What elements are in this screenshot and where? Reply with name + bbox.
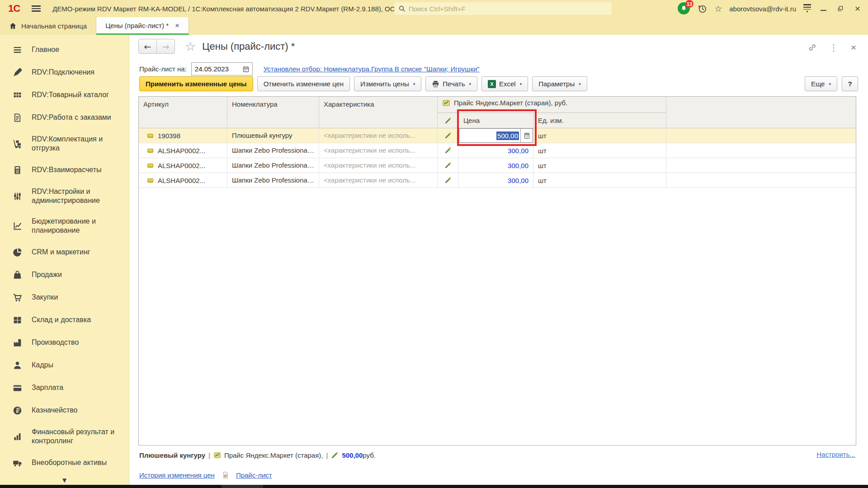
notifications-button[interactable]: 13 [678,2,690,15]
excel-button[interactable]: X Excel ▾ [481,76,528,91]
window-restore-button[interactable] [835,2,845,15]
service-menu-icon[interactable]: ▾ [803,4,811,14]
column-header-nomenclature[interactable]: Номенклатура [227,97,319,128]
pencil-icon [331,451,339,459]
price-edit-field[interactable]: 500,00 [459,128,533,143]
price-history-link[interactable]: История изменения цен [139,471,215,479]
cell-characteristic: <характеристики не исполь... [319,173,438,188]
global-search[interactable] [394,2,612,15]
cell-edit-flag [438,158,459,173]
sidebar-item-treasury[interactable]: Казначейство [0,399,129,422]
row-marker-icon [147,134,153,138]
sidebar-item-rdv-orders[interactable]: RDV:Работа с заказами [0,106,129,129]
sidebar: Главное RDV:Подключения RDV:Товарный кат… [0,35,129,485]
caret-down-icon: ▾ [806,10,808,14]
window-minimize-button[interactable] [818,2,828,15]
column-header-edit[interactable] [438,113,459,128]
cart-icon [12,292,23,303]
calculator-button[interactable] [520,129,533,142]
user-email[interactable]: aborovtsova@rdv-it.ru [729,5,796,13]
sidebar-item-crm[interactable]: CRM и маркетинг [0,241,129,263]
sidebar-item-budgeting[interactable]: Бюджетирование и планирование [0,211,129,241]
sliders-icon [12,191,23,202]
tab-prices[interactable]: Цены (прайс-лист) * × [96,17,189,35]
cancel-price-change-button[interactable]: Отменить изменение цен [257,76,350,91]
home-icon [9,22,17,30]
column-header-characteristic[interactable]: Характеристика [319,97,438,128]
pricelist-link[interactable]: Прайс-лист [236,471,272,479]
table-row[interactable]: ALSHAP0002... Шапки Zebo Professional AL… [139,143,856,158]
date-input[interactable] [192,65,240,73]
table-row[interactable]: 190398 Плюшевый кунгуру <характеристики … [139,128,856,143]
filter-link[interactable]: Установлен отбор: Номенклатура.Группа В … [264,65,480,73]
status-price-value: 500,00 [342,451,363,459]
favorites-star-icon[interactable]: ☆ [714,5,722,13]
get-link-icon[interactable] [808,43,817,52]
caret-down-icon: ▾ [413,82,415,86]
column-header-price-group[interactable]: Прайс Яндекс.Маркет (старая), руб. [438,97,666,113]
column-header-unit[interactable]: Ед. изм. [533,113,666,128]
cell-price: 300,00 [459,158,533,173]
sidebar-scroll-down-icon[interactable]: ▼ [0,477,129,483]
page-favorite-star-icon[interactable]: ☆ [185,40,196,52]
cell-price: 300,00 [459,173,533,188]
wallet-icon [12,382,23,393]
search-input[interactable] [409,5,608,13]
tab-home[interactable]: Начальная страница [0,17,96,35]
cell-empty [666,143,856,158]
sidebar-item-hr[interactable]: Кадры [0,354,129,376]
pricelist-date-label: Прайс-лист на: [139,65,187,73]
parameters-button[interactable]: Параметры ▾ [532,76,587,91]
sidebar-item-rdv-shipping[interactable]: RDV:Комплектация и отгрузка [0,129,129,159]
plan-icon [12,221,23,231]
report-icon [222,471,229,479]
cell-empty [666,173,856,188]
more-button[interactable]: Еще ▾ [805,76,837,91]
help-button[interactable]: ? [842,76,858,91]
sidebar-item-production[interactable]: Производство [0,331,129,354]
1c-logo: 1С [8,3,20,14]
sidebar-item-rdv-settlements[interactable]: RDV:Взаиморасчеты [0,159,129,181]
window-close-button[interactable]: × [853,2,863,15]
sidebar-item-warehouse[interactable]: Склад и доставка [0,309,129,331]
sidebar-item-main[interactable]: Главное [0,38,129,61]
sidebar-item-finance[interactable]: Финансовый результат и контроллинг [0,422,129,451]
titlebar: 1С ДЕМО-режим RDV Маркет RM-KA-MODEL / 1… [0,0,868,17]
sidebar-item-purchases[interactable]: Закупки [0,286,129,309]
column-header-price[interactable]: Цена [459,113,533,128]
nav-forward-button[interactable]: → [156,39,175,54]
print-button[interactable]: Печать ▾ [425,76,477,91]
form-close-icon[interactable]: × [851,42,856,53]
main-menu-icon[interactable] [32,5,41,12]
sidebar-item-rdv-admin[interactable]: RDV:Настройки и администрирование [0,181,129,211]
sidebar-item-rdv-catalog[interactable]: RDV:Товарный каталог [0,84,129,106]
calculator-icon [524,132,530,139]
cell-unit: шт [533,143,666,158]
price-table: Артикул Номенклатура Характеристика Прай… [138,96,856,446]
table-row[interactable]: ALSHAP0002... Шапки Zebo Professional AL… [139,173,856,188]
more-actions-icon[interactable]: ⋮ [830,42,838,52]
sidebar-item-assets[interactable]: Внеоборотные активы [0,451,129,474]
sidebar-item-rdv-connections[interactable]: RDV:Подключения [0,61,129,84]
sidebar-item-sales[interactable]: Продажи [0,263,129,286]
nav-back-button[interactable]: ← [138,39,157,54]
table-row[interactable]: ALSHAP0002... Шапки Zebo Professional AL… [139,158,856,173]
person-icon [12,360,23,371]
cell-article: ALSHAP0002... [139,158,227,173]
apply-prices-button[interactable]: Применить измененные цены [139,76,253,91]
pencil-icon [444,147,452,154]
tab-close-icon[interactable]: × [175,22,179,29]
sidebar-item-salary[interactable]: Зарплата [0,376,129,399]
factory-icon [12,337,23,348]
calendar-button[interactable] [240,63,252,75]
configure-link[interactable]: Настроить... [816,450,855,458]
cell-empty [666,128,856,143]
history-icon[interactable] [698,4,707,14]
app-title: ДЕМО-режим RDV Маркет RM-KA-MODEL / 1С:К… [52,5,410,13]
cell-empty [666,158,856,173]
taskbar-app-highlight [222,485,263,488]
column-header-article[interactable]: Артикул [139,97,227,128]
cell-price: 300,00 [459,143,533,158]
change-prices-button[interactable]: Изменить цены ▾ [354,76,421,91]
price-input-value[interactable]: 500,00 [496,131,519,140]
